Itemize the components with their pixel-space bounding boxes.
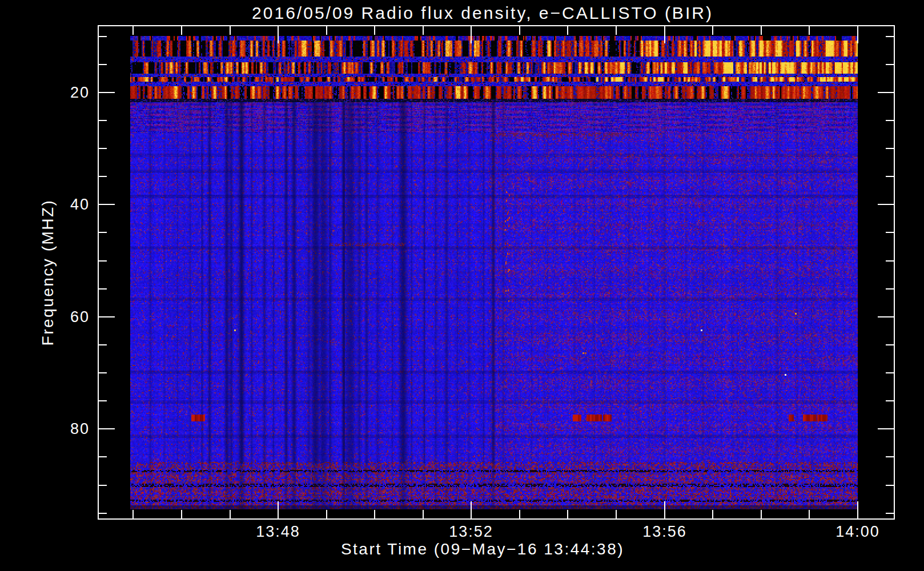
tick-mark (99, 232, 107, 233)
tick-mark (886, 232, 894, 233)
tick-mark (230, 510, 231, 518)
tick-mark (99, 316, 115, 317)
tick-mark (886, 148, 894, 149)
x-tick-label: 13:52 (449, 523, 493, 541)
tick-mark (886, 64, 894, 65)
tick-mark (99, 176, 107, 177)
y-tick-label: 60 (0, 308, 90, 326)
tick-mark (857, 501, 858, 518)
tick-mark (886, 456, 894, 457)
tick-mark (99, 372, 107, 373)
y-tick-label: 80 (0, 420, 90, 438)
tick-mark (809, 510, 810, 518)
tick-mark (278, 501, 279, 518)
tick-mark (886, 485, 894, 486)
tick-mark (712, 510, 713, 518)
tick-mark (99, 288, 107, 289)
tick-mark (878, 316, 894, 317)
tick-mark (278, 26, 279, 43)
tick-mark (99, 120, 107, 121)
chart-title: 2016/05/09 Radio flux density, e−CALLIST… (252, 3, 713, 23)
tick-mark (809, 26, 810, 35)
tick-mark (761, 510, 762, 518)
tick-mark (761, 26, 762, 35)
tick-mark (519, 26, 520, 35)
y-tick-label: 20 (0, 84, 90, 102)
tick-mark (664, 501, 665, 518)
tick-mark (99, 456, 107, 457)
tick-mark (99, 36, 107, 37)
tick-mark (99, 344, 107, 345)
tick-mark (712, 26, 713, 35)
tick-mark (664, 26, 665, 43)
tick-mark (471, 26, 472, 43)
tick-mark (886, 400, 894, 401)
tick-mark (423, 510, 424, 518)
tick-mark (181, 510, 182, 518)
tick-mark (471, 501, 472, 518)
tick-mark (886, 260, 894, 262)
x-tick-label: 13:48 (256, 523, 300, 541)
x-axis-title: Start Time (09−May−16 13:44:38) (341, 540, 624, 558)
tick-mark (886, 344, 894, 345)
tick-mark (99, 400, 107, 401)
tick-mark (99, 92, 115, 93)
tick-mark (326, 26, 327, 35)
tick-mark (886, 176, 894, 177)
tick-mark (132, 510, 134, 518)
tick-mark (886, 372, 894, 373)
tick-mark (886, 288, 894, 289)
tick-mark (886, 120, 894, 121)
tick-mark (857, 26, 858, 43)
tick-mark (616, 26, 617, 35)
tick-mark (567, 26, 568, 35)
tick-mark (99, 513, 107, 514)
y-tick-label: 40 (0, 196, 90, 214)
tick-mark (374, 26, 375, 35)
spectrogram-page: 2016/05/09 Radio flux density, e−CALLIST… (0, 0, 924, 571)
tick-mark (878, 204, 894, 205)
x-tick-label: 13:56 (642, 523, 687, 541)
tick-mark (99, 204, 115, 205)
tick-mark (326, 510, 327, 518)
tick-mark (99, 260, 107, 262)
tick-mark (181, 26, 182, 35)
tick-mark (878, 92, 894, 93)
tick-mark (878, 428, 894, 429)
tick-mark (616, 510, 617, 518)
x-tick-label: 14:00 (835, 523, 880, 541)
tick-mark (886, 513, 894, 514)
tick-mark (374, 510, 375, 518)
spectrogram-canvas (130, 36, 858, 509)
tick-mark (132, 26, 134, 35)
tick-mark (886, 36, 894, 37)
tick-mark (519, 510, 520, 518)
tick-mark (423, 26, 424, 35)
tick-mark (99, 148, 107, 149)
tick-mark (99, 64, 107, 65)
tick-mark (567, 510, 568, 518)
tick-mark (99, 428, 115, 429)
tick-mark (99, 485, 107, 486)
tick-mark (230, 26, 231, 35)
